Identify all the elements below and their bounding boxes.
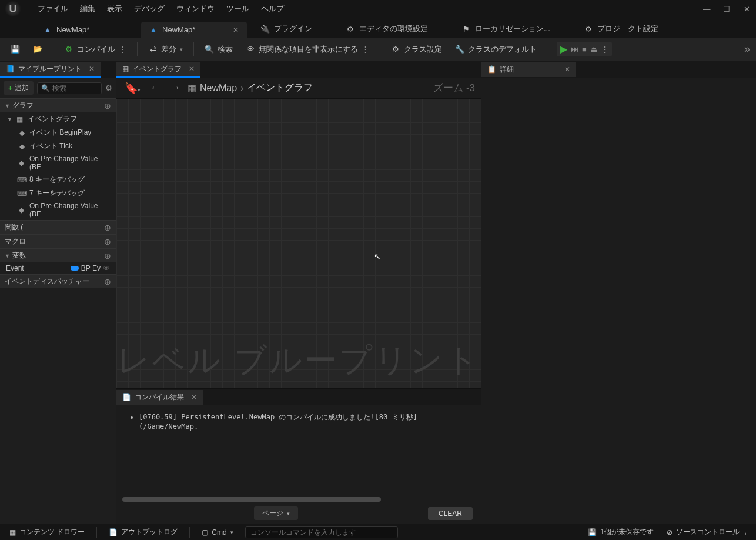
save-button[interactable]: 💾 — [6, 42, 25, 57]
type-pill-icon — [71, 266, 79, 271]
tab-newmap-1[interactable]: ▲NewMap* — [35, 22, 141, 38]
add-function-icon[interactable]: ⊕ — [104, 223, 111, 232]
main-toolbar: 💾 📂 ⚙コンパイル⋮ ⇄差分▾ 🔍検索 👁無関係な項目を非表示にする⋮ ⚙クラ… — [0, 38, 756, 61]
tab-details[interactable]: 📋 詳細 ✕ — [481, 62, 576, 77]
category-variables[interactable]: ▼変数 ⊕ — [0, 248, 116, 262]
tree-event-prechange1[interactable]: ◆On Pre Change Value (BF — [0, 153, 116, 173]
folder-icon: 📂 — [33, 45, 42, 54]
menu-window[interactable]: ウィンドウ — [170, 1, 220, 16]
event-icon: ◆ — [18, 129, 26, 137]
variable-event[interactable]: Event BP Ev👁 — [0, 262, 116, 274]
graph-icon: ▦ — [122, 65, 129, 73]
add-variable-icon[interactable]: ⊕ — [104, 251, 111, 261]
category-functions[interactable]: 関数 ( ⊕ — [0, 220, 116, 234]
add-dispatcher-icon[interactable]: ⊕ — [104, 277, 111, 286]
terminal-icon: ▢ — [202, 528, 208, 536]
close-icon[interactable]: ✕ — [89, 65, 95, 73]
play-control-group: ▶ ⏭ ■ ⏏ ⋮ — [557, 42, 612, 56]
clear-button[interactable]: CLEAR — [428, 507, 473, 520]
add-macro-icon[interactable]: ⊕ — [104, 237, 111, 246]
diff-button[interactable]: ⇄差分▾ — [143, 41, 188, 58]
tab-compile-results[interactable]: 📄 コンパイル結果 ✕ — [116, 390, 203, 405]
eye-off-icon: 👁 — [246, 45, 255, 54]
tab-editor-prefs[interactable]: ⚙エディタの環境設定 — [338, 20, 436, 38]
console-input[interactable] — [245, 526, 398, 538]
search-field[interactable] — [52, 84, 88, 92]
diff-icon: ⇄ — [148, 45, 158, 54]
breadcrumb-root[interactable]: NewMap — [200, 83, 237, 94]
cmd-dropdown[interactable]: ▢Cmd▾ — [198, 527, 236, 538]
unsaved-status[interactable]: 💾1個が未保存です — [584, 526, 657, 538]
class-settings-button[interactable]: ⚙クラス設定 — [386, 41, 447, 58]
tree-event-graph[interactable]: ▼ ▦ イベントグラフ — [0, 112, 116, 126]
search-input[interactable]: 🔍 — [37, 82, 102, 94]
tree-event-beginplay[interactable]: ◆イベント BeginPlay — [0, 126, 116, 139]
output-log-button[interactable]: 📄アウトプットログ — [105, 526, 181, 538]
event-icon: ◆ — [18, 206, 26, 214]
status-bar: ▦コンテンツ ドロワー 📄アウトプットログ ▢Cmd▾ 💾1個が未保存です ⊘ソ… — [0, 524, 756, 540]
tab-plugins[interactable]: 🔌プラグイン — [253, 20, 320, 38]
eject-button[interactable]: ⏏ — [590, 45, 597, 54]
source-control-icon: ⊘ — [667, 528, 673, 536]
close-icon[interactable]: ✕ — [233, 26, 239, 34]
play-options[interactable]: ⋮ — [601, 45, 608, 54]
tree-debug-8[interactable]: ⌨8 キーをデバッグ — [0, 173, 116, 186]
tree-debug-7[interactable]: ⌨7 キーをデバッグ — [0, 186, 116, 200]
back-button[interactable]: ← — [148, 82, 163, 94]
add-button[interactable]: +追加 — [4, 81, 34, 95]
play-button[interactable]: ▶ — [560, 44, 567, 55]
menu-debug[interactable]: デバッグ — [128, 1, 170, 16]
minimize-button[interactable]: — — [702, 4, 711, 14]
close-icon[interactable]: ✕ — [189, 65, 195, 73]
hide-unrelated-button[interactable]: 👁無関係な項目を非表示にする⋮ — [241, 41, 374, 58]
level-icon: ▲ — [44, 26, 52, 34]
close-icon[interactable]: ✕ — [564, 65, 570, 74]
compile-button[interactable]: ⚙コンパイル⋮ — [59, 41, 131, 58]
menu-view[interactable]: 表示 — [101, 1, 128, 16]
forward-button[interactable]: → — [168, 82, 183, 94]
settings-gear[interactable]: ⚙ — [105, 84, 112, 92]
menu-edit[interactable]: 編集 — [74, 1, 101, 16]
event-icon: ◆ — [18, 159, 26, 167]
step-button[interactable]: ⏭ — [571, 45, 578, 54]
close-button[interactable]: ✕ — [742, 4, 751, 14]
breadcrumb-current: イベントグラフ — [247, 82, 313, 94]
browse-button[interactable]: 📂 — [28, 42, 47, 57]
class-defaults-button[interactable]: 🔧クラスのデフォルト — [450, 41, 541, 58]
tab-my-blueprint[interactable]: 📘 マイブループリント ✕ — [0, 62, 101, 78]
document-icon: 📄 — [122, 393, 131, 401]
content-drawer-button[interactable]: ▦コンテンツ ドロワー — [6, 526, 88, 538]
save-icon: 💾 — [588, 528, 597, 536]
page-dropdown[interactable]: ページ▾ — [254, 506, 298, 520]
search-button[interactable]: 🔍検索 — [200, 41, 237, 58]
toolbar-overflow[interactable]: » — [744, 43, 750, 55]
tab-newmap-2[interactable]: ▲NewMap* ✕ — [141, 22, 247, 38]
event-icon: ◆ — [18, 142, 26, 151]
category-graph[interactable]: ▼グラフ ⊕ — [0, 98, 116, 112]
tree-event-prechange2[interactable]: ◆On Pre Change Value (BF — [0, 200, 116, 220]
graph-canvas[interactable]: レベル ブループリント ↖ — [116, 99, 481, 388]
menu-tools[interactable]: ツール — [220, 1, 255, 16]
category-macros[interactable]: マクロ ⊕ — [0, 234, 116, 248]
horizontal-scrollbar[interactable] — [122, 497, 475, 503]
bookmark-button[interactable]: 🔖▾ — [122, 82, 143, 95]
menu-help[interactable]: ヘルプ — [255, 1, 290, 16]
stop-button[interactable]: ■ — [582, 45, 587, 54]
close-icon[interactable]: ✕ — [191, 393, 197, 401]
save-icon: 💾 — [11, 45, 20, 54]
drawer-icon: ▦ — [9, 528, 16, 536]
tab-event-graph[interactable]: ▦ イベントグラフ ✕ — [116, 62, 200, 78]
category-dispatchers[interactable]: イベントディスパッチャー ⊕ — [0, 274, 116, 288]
source-control-button[interactable]: ⊘ソースコントロール⌟ — [663, 526, 750, 538]
menu-file[interactable]: ファイル — [32, 1, 74, 16]
visibility-icon[interactable]: 👁 — [103, 264, 110, 272]
tab-localization[interactable]: ⚑ローカリゼーション... — [454, 20, 558, 38]
gear-icon: ⚙ — [584, 25, 593, 33]
watermark-text: レベル ブループリント — [117, 339, 480, 382]
tab-project-settings[interactable]: ⚙プロジェクト設定 — [576, 20, 667, 38]
tree-event-tick[interactable]: ◆イベント Tick — [0, 139, 116, 153]
add-graph-icon[interactable]: ⊕ — [104, 101, 111, 111]
maximize-button[interactable]: ☐ — [722, 4, 731, 14]
book-icon: 📘 — [6, 65, 15, 73]
zoom-label: ズーム -3 — [433, 81, 475, 95]
